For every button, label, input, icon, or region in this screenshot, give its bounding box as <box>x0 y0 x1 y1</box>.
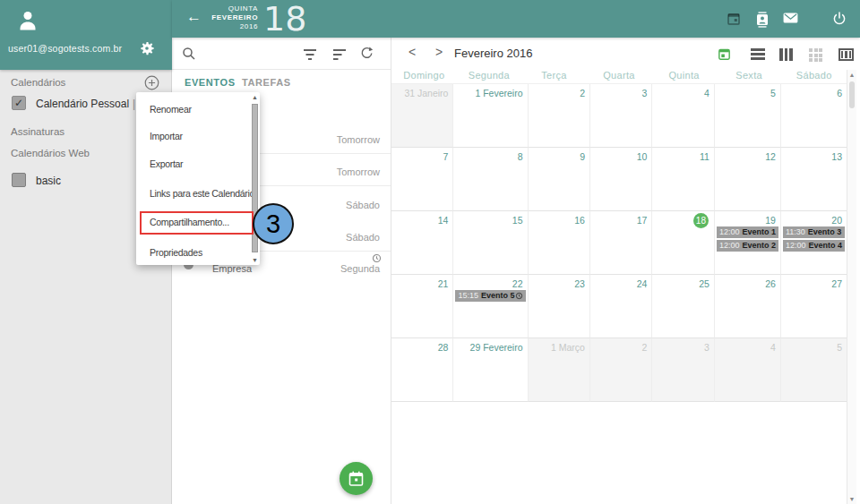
calendar-scrollbar[interactable]: ▲ ▼ <box>847 70 856 504</box>
day-cell[interactable]: 22 15:15 Evento 5 <box>453 275 528 338</box>
weekday-label: Sábado <box>781 70 847 83</box>
contacts-module-icon[interactable] <box>754 11 770 29</box>
day-cell[interactable]: 11 <box>652 148 714 211</box>
day-cell[interactable]: 19 12:00 Evento 1 12:00 Evento 2 <box>715 211 781 275</box>
day-number: 6 <box>781 84 847 99</box>
day-cell[interactable]: 20 11:30 Evento 3 12:00 Evento 4 <box>781 211 847 275</box>
current-month: FEVEREIRO <box>206 13 258 22</box>
event-pill[interactable]: 12:00 Evento 2 <box>717 240 778 252</box>
day-cell[interactable]: 12 <box>715 148 781 211</box>
day-cell[interactable]: 4 <box>652 84 714 148</box>
menu-item-exportar[interactable]: Exportar <box>136 152 260 175</box>
day-cell[interactable]: 9 <box>529 148 590 211</box>
day-number: 8 <box>453 148 527 163</box>
multiweek-view-icon[interactable] <box>838 48 854 61</box>
day-cell[interactable]: 21 <box>391 275 453 338</box>
day-cell[interactable]: 2 <box>590 338 652 402</box>
day-cell[interactable]: 1 Março <box>529 338 590 402</box>
alarm-icon <box>515 292 523 300</box>
menu-item-propriedades[interactable]: Propriedades <box>136 241 260 264</box>
personal-calendar-item[interactable]: Calendário Pessoal| 2 <box>36 98 144 110</box>
day-cell[interactable]: 14 <box>391 211 453 275</box>
week-view-icon[interactable] <box>779 48 793 61</box>
mail-module-icon[interactable] <box>782 11 799 25</box>
day-number: 23 <box>529 275 589 290</box>
web-calendar-checkbox[interactable] <box>12 173 26 187</box>
day-cell[interactable]: 13 <box>781 148 847 211</box>
prev-month-icon[interactable]: < <box>405 45 419 59</box>
filter-icon[interactable] <box>303 48 317 61</box>
scrollbar-thumb[interactable] <box>849 81 855 108</box>
next-month-icon[interactable]: > <box>432 45 446 59</box>
day-view-icon[interactable] <box>751 48 765 60</box>
tab-eventos[interactable]: EVENTOS <box>185 77 236 88</box>
event-pill[interactable]: 12:00 Evento 4 <box>783 240 845 252</box>
personal-calendar-checkbox[interactable]: ✓ <box>12 96 26 110</box>
gear-icon[interactable] <box>138 39 156 57</box>
day-cell[interactable]: 31 Janeiro <box>391 84 453 148</box>
day-cell[interactable]: 10 <box>590 148 652 211</box>
event-time: 12:00 <box>719 241 740 251</box>
day-cell-today[interactable]: 18 <box>652 211 714 275</box>
add-calendar-icon[interactable] <box>143 74 160 91</box>
day-cell[interactable]: 28 <box>391 338 453 402</box>
menu-item-importar[interactable]: Importar <box>136 124 260 148</box>
day-number: 12 <box>715 148 780 163</box>
menu-item-links[interactable]: Links para este Calendário <box>136 182 260 205</box>
day-cell[interactable]: 15 <box>453 211 528 275</box>
day-cell[interactable]: 7 <box>391 148 453 211</box>
day-cell[interactable]: 3 <box>652 338 714 402</box>
tab-tarefas[interactable]: TAREFAS <box>242 77 291 88</box>
weekday-label: Domingo <box>391 70 457 83</box>
day-number: 4 <box>652 84 713 99</box>
power-icon[interactable] <box>831 11 847 27</box>
event-pill[interactable]: 15:15 Evento 5 <box>455 290 525 302</box>
list-item-date: Tomorrow <box>337 167 380 177</box>
scroll-down-icon[interactable]: ▼ <box>251 257 259 263</box>
menu-item-renomear[interactable]: Renomear <box>136 98 260 121</box>
day-cell[interactable]: 6 <box>781 84 847 148</box>
event-pill[interactable]: 12:00 Evento 1 <box>717 226 778 238</box>
day-number: 4 <box>715 338 780 354</box>
day-cell[interactable]: 17 <box>590 211 652 275</box>
scroll-up-icon[interactable]: ▲ <box>251 94 259 100</box>
day-cell[interactable]: 26 <box>715 275 781 338</box>
web-calendar-item[interactable]: basic <box>36 175 61 187</box>
scroll-up-icon[interactable]: ▲ <box>847 72 856 78</box>
menu-item-compartilhamento[interactable]: Compartilhamento... <box>136 210 260 234</box>
back-arrow-icon[interactable]: ← <box>186 8 202 26</box>
day-cell[interactable]: 3 <box>590 84 652 148</box>
calendar-module-icon[interactable] <box>726 11 742 27</box>
event-time: 15:15 <box>458 291 478 301</box>
search-icon[interactable] <box>181 46 197 62</box>
month-view-icon[interactable] <box>809 48 822 62</box>
day-number: 2 <box>590 338 651 354</box>
day-cell[interactable]: 4 <box>715 338 781 402</box>
sidebar-header: user01@sogotests.com.br <box>0 0 172 70</box>
day-cell[interactable]: 29 Fevereiro <box>453 338 528 402</box>
day-number: 1 Fevereiro <box>453 84 527 99</box>
annotation-step-badge: 3 <box>253 203 294 244</box>
day-cell[interactable]: 25 <box>652 275 714 338</box>
event-pill[interactable]: 11:30 Evento 3 <box>783 226 845 238</box>
refresh-icon[interactable] <box>359 46 374 61</box>
event-title: Evento 2 <box>742 241 776 251</box>
day-cell[interactable]: 5 <box>781 338 847 402</box>
today-badge: 18 <box>693 213 709 228</box>
day-cell[interactable]: 23 <box>529 275 590 338</box>
sort-icon[interactable] <box>332 48 347 61</box>
day-cell[interactable]: 1 Fevereiro <box>453 84 528 148</box>
day-cell[interactable]: 2 <box>529 84 590 148</box>
today-icon[interactable] <box>717 47 732 62</box>
personal-calendar-name: Calendário Pessoal <box>36 98 129 110</box>
scroll-down-icon[interactable]: ▼ <box>847 496 856 502</box>
new-event-button[interactable] <box>340 462 373 495</box>
day-cell[interactable]: 5 <box>715 84 781 148</box>
day-number: 21 <box>391 275 452 290</box>
event-time: 11:30 <box>786 227 805 237</box>
day-cell[interactable]: 27 <box>781 275 847 338</box>
day-cell[interactable]: 24 <box>590 275 652 338</box>
current-weekday: QUINTA <box>206 4 258 13</box>
day-cell[interactable]: 16 <box>529 211 590 275</box>
day-cell[interactable]: 8 <box>453 148 528 211</box>
